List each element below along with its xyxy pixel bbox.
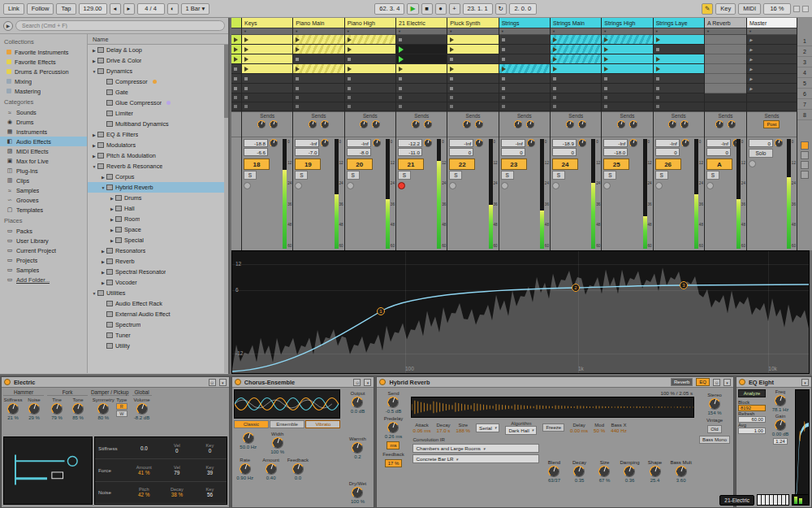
clip-slot[interactable]: [499, 35, 550, 45]
sidebar-item-sounds[interactable]: ≈Sounds: [0, 107, 87, 117]
send-a-knob[interactable]: [566, 120, 574, 128]
freeze-button[interactable]: Freeze: [542, 423, 564, 432]
bass-mono-button[interactable]: Bass Mono: [699, 436, 730, 444]
tree-item-external-audio-effect[interactable]: External Audio Effect: [88, 309, 228, 319]
ir-file-selector[interactable]: Concrete Bar LR▾: [412, 454, 539, 463]
clip-stop-button[interactable]: [705, 93, 746, 102]
track-activator-button[interactable]: 20: [347, 158, 373, 170]
type-w-button[interactable]: W: [116, 410, 127, 417]
param-value[interactable]: 0.90 Hz: [236, 475, 253, 480]
track-fold-button[interactable]: ▼: [447, 28, 498, 35]
clip-slot[interactable]: [447, 54, 498, 64]
clip-slot[interactable]: [293, 54, 343, 64]
volume-value[interactable]: 0: [706, 148, 731, 156]
clip-slot[interactable]: [396, 54, 447, 64]
fold-device-icon[interactable]: ▾: [801, 379, 809, 386]
send-a-knob[interactable]: [463, 120, 471, 128]
ms-toggle[interactable]: ms: [387, 441, 400, 449]
nudge-up-button[interactable]: ▸: [123, 3, 135, 15]
chorus-header[interactable]: Chorus-Ensemble ⊙ ▾: [232, 377, 374, 388]
param-value[interactable]: 0.06 ms: [412, 428, 430, 433]
tree-right-arrow-icon[interactable]: ▶: [91, 143, 97, 148]
tree-item-vocoder[interactable]: ▶Vocoder: [88, 277, 228, 288]
loop-icon[interactable]: ↻: [495, 3, 507, 15]
record-button[interactable]: ●: [435, 3, 447, 15]
cpu-load-meter[interactable]: 16 %: [763, 3, 791, 15]
param-value[interactable]: 80 %: [97, 415, 109, 420]
param-value[interactable]: 0.26 ms: [385, 434, 402, 439]
sidebar-item-max-for-live[interactable]: ▣Max for Live: [0, 156, 87, 166]
track-fold-button[interactable]: ▼: [396, 28, 447, 35]
pan-knob[interactable]: [373, 139, 381, 147]
electric-param[interactable]: Key39: [193, 459, 227, 480]
stop-button[interactable]: ■: [421, 3, 433, 15]
tree-item-drive-color[interactable]: ▶Drive & Color: [88, 55, 228, 66]
knob[interactable]: [51, 403, 63, 415]
electric-param[interactable]: Vel79: [161, 459, 194, 480]
clip-slot[interactable]: [705, 84, 746, 93]
tree-right-arrow-icon[interactable]: ▶: [91, 59, 97, 63]
electric-param[interactable]: Amount41 %: [127, 459, 161, 480]
setting-value[interactable]: 60.00: [738, 416, 766, 423]
knob[interactable]: [97, 403, 109, 415]
meter-peak-value[interactable]: -12.2: [398, 139, 422, 147]
mode-ensemble-button[interactable]: Ensemble: [270, 420, 304, 428]
clip-slot[interactable]: [551, 64, 601, 74]
tree-column-header[interactable]: Name: [88, 34, 228, 45]
clip-slot[interactable]: [551, 84, 601, 93]
q-value[interactable]: 1.24: [773, 438, 787, 445]
place-item-user-library[interactable]: ▭User Library: [0, 236, 87, 245]
clip-stop-button[interactable]: [499, 102, 550, 111]
meter-peak-value[interactable]: -18.9: [552, 139, 577, 147]
tree-item-corpus[interactable]: ▶Corpus: [88, 172, 228, 182]
send-b-knob[interactable]: [629, 120, 637, 128]
solo-button[interactable]: S: [398, 171, 411, 180]
knob[interactable]: [72, 403, 84, 415]
tree-item-audio-effect-rack[interactable]: Audio Effect Rack: [88, 298, 228, 309]
clip-slot[interactable]: [396, 84, 447, 93]
send-a-knob[interactable]: [668, 120, 676, 128]
tree-item-tuner[interactable]: Tuner: [88, 330, 228, 341]
arm-button[interactable]: [398, 182, 405, 189]
tree-item-hybrid-reverb[interactable]: ▼Hybrid Reverb: [88, 182, 228, 193]
track-activator-button[interactable]: 25: [603, 158, 629, 170]
sidebar-item-templates[interactable]: ▢Templates: [0, 205, 87, 215]
scene-number[interactable]: 6: [797, 89, 812, 99]
clip-slot[interactable]: [654, 64, 704, 74]
song-position[interactable]: 23. 1. 1: [463, 3, 493, 15]
clip-slot[interactable]: [499, 45, 550, 54]
tree-scrollbar[interactable]: [224, 45, 228, 373]
knob[interactable]: [650, 466, 661, 477]
solo-button[interactable]: S: [655, 171, 668, 180]
clip-slot[interactable]: [602, 84, 652, 93]
track-fold-button[interactable]: ▼: [654, 28, 704, 35]
track-activator-button[interactable]: 18: [244, 158, 270, 170]
clip-stop-button[interactable]: [705, 102, 746, 111]
clip-slot[interactable]: [551, 45, 601, 54]
meter-peak-value[interactable]: -Inf: [449, 139, 473, 147]
track-fold-button[interactable]: ▼: [747, 28, 797, 35]
scene-launch-slot[interactable]: ▶: [747, 45, 797, 54]
track-fold-button[interactable]: [231, 28, 241, 35]
tree-right-arrow-icon[interactable]: ▶: [91, 132, 97, 137]
type-r-button[interactable]: R: [116, 403, 127, 410]
send-b-knob[interactable]: [321, 120, 329, 128]
track-fold-button[interactable]: ▼: [499, 28, 550, 35]
clip-slot[interactable]: [447, 74, 498, 84]
clip-slot[interactable]: [293, 74, 343, 84]
clip-stop-button[interactable]: [499, 93, 550, 102]
clip-slot[interactable]: [447, 45, 498, 54]
clip-slot[interactable]: [231, 64, 241, 74]
place-item-current-project[interactable]: ▭Current Project: [0, 245, 87, 255]
collection-item[interactable]: Favorite Instruments: [0, 47, 87, 57]
clip-slot[interactable]: [242, 35, 292, 45]
tree-item-dynamics[interactable]: ▼Dynamics: [88, 66, 228, 76]
clip-stop-button[interactable]: [447, 93, 498, 102]
knob[interactable]: [7, 403, 19, 415]
send-b-knob[interactable]: [728, 120, 736, 128]
track-fold-button[interactable]: ▼: [293, 28, 343, 35]
clip-slot[interactable]: [293, 84, 343, 93]
eq-filter-handle-3[interactable]: 3: [680, 281, 688, 289]
tree-item-spectrum[interactable]: Spectrum: [88, 319, 228, 330]
volume-value[interactable]: 0: [501, 148, 525, 156]
